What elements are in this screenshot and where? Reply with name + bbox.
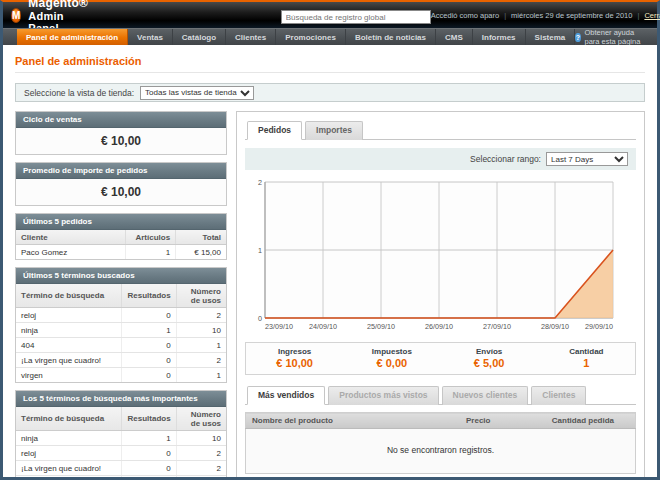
table-row[interactable]: reloj02: [16, 446, 226, 461]
column-header: Resultados: [122, 284, 176, 308]
totals-row: Ingresos€ 10,00Impuestos€ 0,00Envíos€ 5,…: [245, 342, 636, 375]
help-icon: ?: [575, 33, 580, 42]
table-cell: 404: [16, 338, 122, 353]
separator: |: [504, 11, 506, 20]
store-view-select[interactable]: Todas las vistas de tienda: [140, 86, 254, 100]
svg-text:28/09/10: 28/09/10: [541, 322, 569, 331]
grid-column-header: Nombre del producto: [246, 413, 461, 429]
table-cell: Paco Gomez: [16, 245, 125, 260]
top-search-terms-box: Los 5 términos de búsqueda más important…: [15, 390, 227, 477]
svg-text:29/09/10: 29/09/10: [585, 322, 613, 331]
top-search-terms-table: Término de búsquedaResultadosNúmero de u…: [16, 407, 226, 477]
separator: |: [637, 11, 639, 20]
table-cell: 1: [125, 245, 175, 260]
total-value: € 0,00: [343, 357, 440, 369]
main-nav: Panel de administraciónVentasCatálogoCli…: [3, 28, 657, 45]
column-header: Número de usos: [176, 284, 226, 308]
table-cell: 2: [176, 446, 226, 461]
total-0: Ingresos€ 10,00: [246, 343, 343, 374]
logout-link[interactable]: Cerrar Sesión: [644, 11, 660, 20]
table-cell: ¡La virgen que cuadro!: [16, 353, 122, 368]
svg-text:26/09/10: 26/09/10: [425, 322, 453, 331]
help-label: Obtener ayuda para esta página: [585, 28, 648, 46]
left-column: Ciclo de ventas € 10,00 Promedio de impo…: [15, 111, 227, 477]
last-orders-title: Últimos 5 pedidos: [16, 214, 226, 230]
dashboard-panel: PedidosImportes Seleccionar rango: Last …: [236, 111, 645, 477]
column-header: Total: [176, 230, 226, 245]
logged-in-as: Accedió como aparo: [431, 11, 499, 20]
nav-item-8[interactable]: Sistema: [526, 29, 576, 45]
table-cell: 0: [122, 476, 176, 478]
table-cell: ninja: [16, 323, 122, 338]
column-header: Cliente: [16, 230, 125, 245]
bottom-tab-2[interactable]: Nuevos clientes: [442, 386, 529, 405]
average-orders-value: € 10,00: [16, 179, 226, 205]
total-2: Envíos€ 5,00: [441, 343, 538, 374]
svg-text:1: 1: [258, 246, 262, 255]
nav-item-5[interactable]: Boletín de noticias: [346, 29, 436, 45]
nav-item-2[interactable]: Catálogo: [173, 29, 226, 45]
table-row[interactable]: reloj02: [16, 308, 226, 323]
chart-tabs: PedidosImportes: [245, 120, 636, 140]
range-bar: Seleccionar rango: Last 7 Days: [245, 148, 636, 170]
products-grid: Nombre del productoPrecioCantidad pedida…: [245, 412, 636, 474]
orders-chart-svg: 23/09/1024/09/1025/09/1026/09/1027/09/10…: [247, 174, 621, 332]
nav-item-4[interactable]: Promociones: [276, 29, 346, 45]
top-header: M Magento® Admin Panel Accedió como apar…: [3, 2, 657, 28]
table-cell: 10: [176, 431, 226, 446]
table-row[interactable]: ¡La virgen que cuadro!02: [16, 353, 226, 368]
average-orders-box: Promedio de importe de pedidos € 10,00: [15, 162, 227, 206]
store-view-label: Seleccione la vista de tienda:: [24, 88, 134, 98]
last-search-terms-box: Últimos 5 términos buscados Término de b…: [15, 267, 227, 383]
bottom-tabs: Más vendidosProductos más vistosNuevos c…: [245, 385, 636, 405]
table-row[interactable]: ¡La virgen que cuadro!02: [16, 461, 226, 476]
magento-logo-icon: M: [11, 8, 21, 23]
table-cell: 1: [176, 338, 226, 353]
tab-0[interactable]: Pedidos: [247, 121, 302, 140]
help-link[interactable]: ? Obtener ayuda para esta página: [575, 29, 657, 45]
table-cell: € 15,00: [176, 245, 226, 260]
bottom-tab-0[interactable]: Más vendidos: [247, 386, 325, 405]
logo-brand: Magento®: [28, 0, 88, 10]
nav-item-6[interactable]: CMS: [436, 29, 473, 45]
table-cell: 1: [122, 323, 176, 338]
table-cell: 2: [176, 308, 226, 323]
page-title: Panel de administración: [15, 55, 645, 73]
range-label: Seleccionar rango:: [470, 154, 541, 164]
last-search-terms-table: Término de búsquedaResultadosNúmero de u…: [16, 284, 226, 382]
column-header: Resultados: [122, 407, 176, 431]
lifetime-sales-title: Ciclo de ventas: [16, 112, 226, 128]
table-cell: ¡La virgen que cuadro!: [16, 461, 122, 476]
bottom-tab-1[interactable]: Productos más vistos: [328, 386, 438, 405]
total-label: Envíos: [441, 347, 538, 356]
grid-column-header: Precio: [460, 413, 546, 429]
nav-item-0[interactable]: Panel de administración: [17, 29, 128, 45]
total-label: Ingresos: [246, 347, 343, 356]
range-select[interactable]: Last 7 Days: [546, 152, 628, 166]
svg-text:25/09/10: 25/09/10: [367, 322, 395, 331]
total-label: Impuestos: [343, 347, 440, 356]
grid-column-header: Cantidad pedida: [546, 413, 636, 429]
column-header: Término de búsqueda: [16, 407, 122, 431]
last-orders-table: ClienteArtículosTotalPaco Gomez1€ 15,00: [16, 230, 226, 259]
admin-window: M Magento® Admin Panel Accedió como apar…: [0, 0, 660, 480]
table-row[interactable]: virgen01: [16, 368, 226, 383]
total-value: € 5,00: [441, 357, 538, 369]
nav-item-1[interactable]: Ventas: [128, 29, 173, 45]
bottom-tab-3[interactable]: Clientes: [531, 386, 586, 405]
orders-chart: 23/09/1024/09/1025/09/1026/09/1027/09/10…: [245, 170, 636, 338]
nav-item-7[interactable]: Informes: [473, 29, 526, 45]
table-row[interactable]: ninja110: [16, 431, 226, 446]
table-cell: 0: [122, 368, 176, 383]
last-search-terms-title: Últimos 5 términos buscados: [16, 268, 226, 284]
table-cell: 0: [122, 353, 176, 368]
nav-item-3[interactable]: Clientes: [226, 29, 276, 45]
table-row[interactable]: 40401: [16, 338, 226, 353]
table-cell: 1: [176, 368, 226, 383]
table-row[interactable]: ninja110: [16, 323, 226, 338]
table-row[interactable]: 40401: [16, 476, 226, 478]
global-search-input[interactable]: [281, 10, 431, 24]
svg-text:24/09/10: 24/09/10: [309, 322, 337, 331]
tab-1[interactable]: Importes: [305, 121, 363, 140]
table-row[interactable]: Paco Gomez1€ 15,00: [16, 245, 226, 260]
